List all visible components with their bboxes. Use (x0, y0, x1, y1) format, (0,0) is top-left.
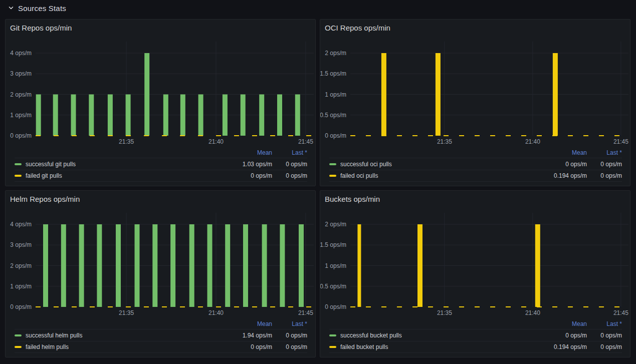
series-swatch-icon (15, 175, 22, 177)
legend-row[interactable]: failed git pulls 0 ops/m 0 ops/m (15, 170, 307, 182)
git-repos-chart[interactable]: 4 ops/m3 ops/m2 ops/m1 ops/m0 ops/m21:35… (6, 36, 315, 148)
chart-area: 2 ops/m1.5 ops/m1 ops/m0.5 ops/m0 ops/m2… (320, 36, 630, 148)
svg-text:21:35: 21:35 (119, 309, 134, 316)
series-label[interactable]: failed oci pulls (340, 172, 542, 179)
panel-title[interactable]: Git Repos ops/min (6, 20, 315, 36)
legend-col-mean[interactable]: Mean (227, 149, 272, 156)
legend-row[interactable]: successful helm pulls 1.94 ops/m 0 ops/m (15, 329, 307, 341)
series-label[interactable]: failed git pulls (26, 172, 227, 179)
series-label[interactable]: failed bucket pulls (340, 343, 542, 350)
series-last-value: 0 ops/m (272, 161, 307, 168)
svg-text:0.5 ops/m: 0.5 ops/m (320, 283, 346, 290)
panel-helm-repos: Helm Repos ops/min 4 ops/m3 ops/m2 ops/m… (5, 190, 316, 357)
svg-text:4 ops/m: 4 ops/m (10, 50, 32, 57)
series-last-value: 0 ops/m (272, 332, 307, 339)
series-last-value: 0 ops/m (587, 332, 622, 339)
buckets-chart[interactable]: 2 ops/m1.5 ops/m1 ops/m0.5 ops/m0 ops/m2… (320, 207, 630, 319)
dashboard-panel-grid: Git Repos ops/min 4 ops/m3 ops/m2 ops/m1… (0, 15, 636, 357)
series-last-value: 0 ops/m (587, 161, 622, 168)
series-last-value: 0 ops/m (587, 172, 622, 179)
svg-text:1 ops/m: 1 ops/m (325, 91, 346, 98)
legend-col-last[interactable]: Last * (587, 149, 622, 156)
svg-text:2 ops/m: 2 ops/m (10, 262, 32, 269)
series-label[interactable]: successful bucket pulls (340, 332, 542, 339)
panel-buckets: Buckets ops/min 2 ops/m1.5 ops/m1 ops/m0… (320, 190, 630, 357)
svg-text:0 ops/m: 0 ops/m (10, 303, 32, 310)
legend-row[interactable]: successful oci pulls 0 ops/m 0 ops/m (329, 158, 622, 170)
svg-text:1 ops/m: 1 ops/m (325, 262, 346, 269)
series-mean-value: 0 ops/m (227, 172, 272, 179)
chart-area: 2 ops/m1.5 ops/m1 ops/m0.5 ops/m0 ops/m2… (320, 207, 630, 319)
chart-area: 4 ops/m3 ops/m2 ops/m1 ops/m0 ops/m21:35… (6, 36, 315, 148)
series-swatch-icon (329, 334, 336, 336)
series-last-value: 0 ops/m (272, 343, 307, 350)
svg-text:1.5 ops/m: 1.5 ops/m (320, 241, 346, 248)
svg-text:21:40: 21:40 (525, 309, 540, 316)
svg-text:1 ops/m: 1 ops/m (10, 112, 32, 119)
chart-area: 4 ops/m3 ops/m2 ops/m1 ops/m0 ops/m21:35… (6, 207, 315, 319)
series-mean-value: 1.03 ops/m (227, 161, 272, 168)
series-mean-value: 0 ops/m (542, 332, 587, 339)
legend-col-mean[interactable]: Mean (227, 320, 272, 327)
svg-text:0.5 ops/m: 0.5 ops/m (320, 112, 346, 119)
svg-text:2 ops/m: 2 ops/m (325, 221, 346, 228)
chevron-down-icon[interactable] (8, 5, 14, 11)
legend-row[interactable]: failed oci pulls 0.194 ops/m 0 ops/m (329, 170, 622, 182)
svg-text:2 ops/m: 2 ops/m (325, 50, 346, 57)
panel-oci-repos: OCI Repos ops/min 2 ops/m1.5 ops/m1 ops/… (320, 19, 630, 186)
svg-text:21:35: 21:35 (437, 138, 452, 145)
svg-text:2 ops/m: 2 ops/m (10, 91, 32, 98)
panel-title[interactable]: OCI Repos ops/min (320, 20, 630, 36)
svg-text:21:45: 21:45 (298, 138, 313, 145)
svg-text:21:40: 21:40 (208, 138, 224, 145)
legend: Mean Last * successful helm pulls 1.94 o… (6, 319, 315, 353)
row-title[interactable]: Sources Stats (18, 4, 66, 13)
svg-text:21:35: 21:35 (119, 138, 134, 145)
legend-row[interactable]: successful bucket pulls 0 ops/m 0 ops/m (329, 329, 622, 341)
legend: Mean Last * successful git pulls 1.03 op… (6, 148, 315, 182)
series-mean-value: 0 ops/m (227, 343, 272, 350)
series-mean-value: 1.94 ops/m (227, 332, 272, 339)
legend-row[interactable]: failed helm pulls 0 ops/m 0 ops/m (15, 341, 307, 353)
oci-repos-chart[interactable]: 2 ops/m1.5 ops/m1 ops/m0.5 ops/m0 ops/m2… (320, 36, 630, 148)
series-last-value: 0 ops/m (587, 343, 622, 350)
legend-col-mean[interactable]: Mean (542, 320, 587, 327)
svg-text:21:45: 21:45 (613, 309, 628, 316)
series-swatch-icon (329, 175, 336, 177)
svg-text:21:45: 21:45 (613, 138, 628, 145)
svg-text:3 ops/m: 3 ops/m (10, 70, 32, 77)
panel-git-repos: Git Repos ops/min 4 ops/m3 ops/m2 ops/m1… (5, 19, 316, 186)
series-swatch-icon (329, 346, 336, 348)
panel-title[interactable]: Buckets ops/min (320, 191, 630, 207)
legend-col-mean[interactable]: Mean (542, 149, 587, 156)
legend-header: Mean Last * (329, 148, 622, 158)
series-label[interactable]: failed helm pulls (26, 343, 227, 350)
svg-text:1.5 ops/m: 1.5 ops/m (320, 70, 346, 77)
panel-title[interactable]: Helm Repos ops/min (6, 191, 315, 207)
svg-text:4 ops/m: 4 ops/m (10, 221, 32, 228)
row-header-sources-stats[interactable]: Sources Stats (0, 0, 636, 15)
series-mean-value: 0.194 ops/m (542, 343, 587, 350)
svg-text:0 ops/m: 0 ops/m (10, 132, 32, 139)
legend: Mean Last * successful bucket pulls 0 op… (320, 319, 630, 353)
series-label[interactable]: successful git pulls (26, 161, 227, 168)
helm-repos-chart[interactable]: 4 ops/m3 ops/m2 ops/m1 ops/m0 ops/m21:35… (6, 207, 315, 319)
series-label[interactable]: successful oci pulls (340, 161, 542, 168)
legend-col-last[interactable]: Last * (272, 320, 307, 327)
svg-text:3 ops/m: 3 ops/m (10, 241, 32, 248)
series-mean-value: 0.194 ops/m (542, 172, 587, 179)
legend-header: Mean Last * (15, 319, 307, 329)
series-last-value: 0 ops/m (272, 172, 307, 179)
legend-row[interactable]: successful git pulls 1.03 ops/m 0 ops/m (15, 158, 307, 170)
svg-text:21:45: 21:45 (298, 309, 313, 316)
svg-text:21:35: 21:35 (437, 309, 452, 316)
legend-row[interactable]: failed bucket pulls 0.194 ops/m 0 ops/m (329, 341, 622, 353)
svg-text:21:40: 21:40 (208, 309, 224, 316)
legend-col-last[interactable]: Last * (272, 149, 307, 156)
legend-col-last[interactable]: Last * (587, 320, 622, 327)
series-swatch-icon (329, 163, 336, 165)
series-swatch-icon (15, 163, 22, 165)
series-swatch-icon (15, 334, 22, 336)
series-label[interactable]: successful helm pulls (26, 332, 227, 339)
legend-header: Mean Last * (329, 319, 622, 329)
